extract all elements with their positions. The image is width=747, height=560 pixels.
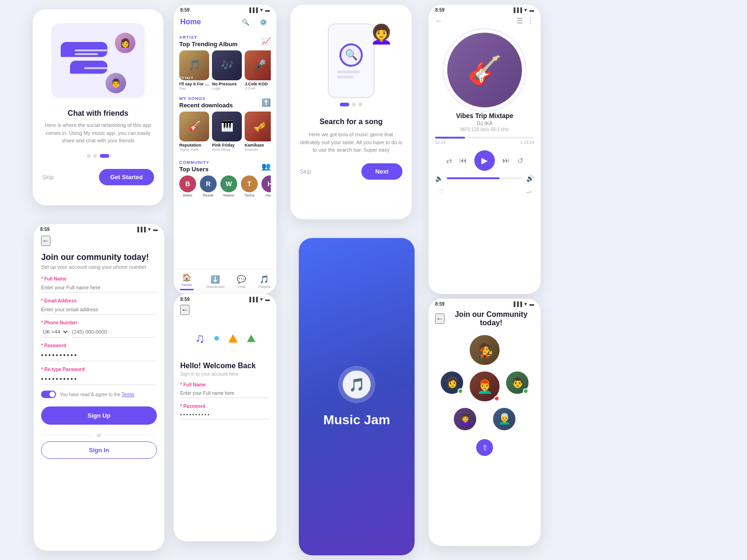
welcome-battery-icon: ▬ — [265, 297, 270, 302]
comm-main-avatar[interactable]: 🧑‍🎤 — [468, 334, 501, 366]
signal-icon: ▐▐▐ — [248, 7, 258, 13]
player-back-button[interactable]: ← — [435, 17, 443, 25]
welcome-back-button[interactable]: ← — [180, 305, 190, 315]
time-total: 1:13:24 — [520, 140, 534, 145]
skip-button[interactable]: Skip — [42, 174, 54, 181]
community-back-button[interactable]: ← — [435, 314, 444, 324]
nav-downloads[interactable]: ⬇️ Downloads — [206, 275, 225, 289]
user-blake[interactable]: B Blake — [179, 175, 196, 197]
like-button[interactable]: ♡ — [438, 188, 444, 196]
nav-home[interactable]: 🏠 Home — [180, 273, 194, 290]
user-walker[interactable]: W Walker — [220, 175, 237, 197]
welcome-name-input[interactable] — [180, 389, 270, 398]
progress-bar-fill — [435, 137, 465, 139]
next-button[interactable]: ⏭ — [502, 156, 510, 165]
email-field: * Email Address — [41, 298, 157, 315]
search-icon[interactable]: 🔍 — [239, 15, 252, 28]
password-input[interactable] — [41, 350, 157, 361]
prev-button[interactable]: ⏮ — [459, 156, 467, 165]
share-button[interactable]: ⇧ — [476, 439, 493, 456]
album-card-1[interactable]: 🎵I'll say it I'll say it For you Dax — [179, 50, 209, 91]
comm-row-1: 👩 👨‍🦰 👨 — [439, 370, 530, 403]
terms-toggle[interactable] — [41, 391, 56, 398]
album-art-icon: 🎸 — [467, 54, 502, 87]
terms-row: You have read & agree to the Terms — [41, 391, 157, 398]
nav-playlist[interactable]: 🎵 Playlist — [259, 275, 270, 289]
recent-artist-2: Nicki Minaj — [212, 147, 242, 152]
status-bar-community: 8:59 ▐▐▐ ▼ ▬ — [429, 299, 541, 308]
next-button[interactable]: Next — [361, 163, 402, 180]
player-actions: ♡ ⤻ — [429, 186, 541, 198]
repeat-button[interactable]: ↺ — [517, 156, 523, 165]
album-card-3[interactable]: 🎤 J.Cole KOD J.Cole — [245, 50, 271, 91]
join-title: Join our community today! — [41, 252, 157, 262]
my-songs-label: MY SONGS — [179, 96, 233, 101]
player-more-button[interactable]: ⋮ — [527, 16, 534, 25]
recent-album-2[interactable]: 🎹 Pink Friday Nicki Minaj — [212, 112, 242, 152]
progress-times: 22:14 1:13:24 — [435, 140, 534, 145]
join-wifi-icon: ▼ — [147, 227, 152, 232]
welcome-wifi-icon: ▼ — [259, 297, 264, 302]
upload-icon[interactable]: ⬆️ — [261, 98, 271, 107]
terms-link[interactable]: Terms — [121, 392, 134, 397]
community-status-time: 8:59 — [435, 301, 444, 307]
welcome-password-field: * Password — [180, 404, 270, 420]
chat-screen-card: 👩 👨 Chat with friends Here is where the … — [33, 9, 163, 205]
nav-chat[interactable]: 💬 Chat — [237, 275, 246, 289]
country-selector[interactable]: UK +44 — [41, 327, 69, 337]
search-skip-button[interactable]: Skip — [300, 168, 311, 175]
user-hertz[interactable]: H Hertz — [261, 175, 271, 197]
retype-password-input[interactable] — [41, 373, 157, 385]
player-battery-icon: ▬ — [529, 7, 534, 13]
settings-icon[interactable]: ⚙️ — [257, 15, 270, 28]
comm-avatar-1[interactable]: 👩 — [439, 370, 465, 395]
music-note-icon: ♫ — [195, 331, 205, 346]
user-reade[interactable]: R Reade — [200, 175, 217, 197]
home-screen-card: 8:59 ▐▐▐ ▼ ▬ Home 🔍 ⚙️ ARTIST Top Trendi… — [174, 5, 276, 294]
comm-avatar-3[interactable]: 👨 — [505, 370, 530, 395]
chat-description: Here is where the social networking of t… — [42, 121, 154, 145]
play-pause-button[interactable]: ▶ — [474, 150, 495, 171]
album-thumb-1: 🎵I'll say it — [179, 50, 209, 80]
player-quality: MP3 128 kb/s 48.0 kHz — [435, 127, 534, 132]
search-visual: 🔍 👩‍🦱 — [304, 19, 398, 103]
search-icon-large: 🔍 — [339, 43, 363, 67]
comm-avatar-4[interactable]: 👩‍🦱 — [452, 406, 478, 432]
chat-title: Chat with friends — [68, 109, 128, 118]
user-tasha[interactable]: T Tasha — [241, 175, 258, 197]
progress-bar-bg[interactable] — [435, 137, 534, 139]
player-menu-button[interactable]: ☰ — [516, 16, 523, 25]
album-name-1: I'll say it For you — [179, 82, 209, 86]
volume-bar-fill — [447, 177, 500, 179]
phone-input[interactable] — [72, 327, 157, 337]
email-label: * Email Address — [41, 298, 157, 303]
top-users-row: B Blake R Reade W Walker T Tasha H Hertz — [179, 175, 271, 197]
dot-indicators — [87, 154, 109, 158]
join-back-button[interactable]: ← — [41, 236, 50, 246]
get-started-button[interactable]: Get Started — [99, 169, 154, 185]
user-name-hertz: Hertz — [265, 193, 271, 197]
comm-avatar-5[interactable]: 👨‍🦳 — [492, 406, 517, 432]
shuffle-button[interactable]: ⇄ — [446, 156, 452, 165]
password-field: * Password — [41, 343, 157, 361]
welcome-password-input[interactable] — [180, 410, 270, 420]
recent-album-3[interactable]: 🎺 Kamikaze Eminem — [245, 112, 271, 152]
volume-low-icon: 🔈 — [435, 175, 443, 182]
recent-thumb-3: 🎺 — [245, 112, 271, 141]
bottom-nav: 🏠 Home ⬇️ Downloads 💬 Chat 🎵 Playlist — [174, 269, 276, 294]
album-card-2[interactable]: 🎶 No Pressure Logic — [212, 50, 242, 91]
volume-bar-bg[interactable] — [447, 177, 522, 179]
user-name-blake: Blake — [183, 193, 192, 197]
sign-in-button[interactable]: Sign In — [41, 441, 157, 459]
recent-album-1[interactable]: 🎸 Reputation Taylor Swift — [179, 112, 209, 152]
full-name-input[interactable] — [41, 283, 157, 293]
password-label: * Password — [41, 343, 157, 348]
join-status-icons: ▐▐▐ ▼ ▬ — [136, 227, 158, 232]
email-input[interactable] — [41, 305, 157, 315]
sign-up-button[interactable]: Sign Up — [41, 406, 157, 425]
comm-avatar-2[interactable]: 👨‍🦰 — [468, 370, 501, 403]
splash-screen-card: 🎵 Music Jam — [299, 238, 415, 555]
share-button[interactable]: ⤻ — [525, 188, 531, 196]
album-thumb-2: 🎶 — [212, 50, 242, 80]
welcome-illustration: ♫ — [174, 315, 276, 362]
